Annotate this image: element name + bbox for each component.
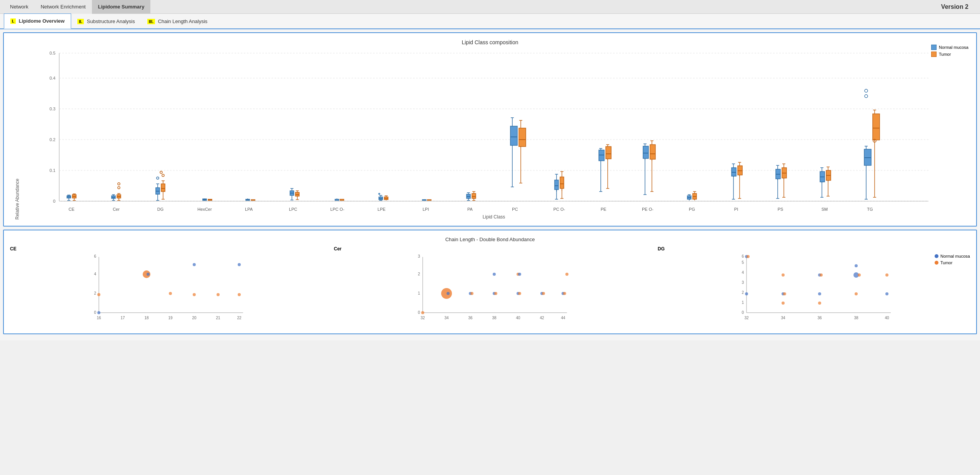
svg-point-273 (447, 292, 450, 295)
svg-point-305 (745, 292, 748, 295)
chart-area-container: 0 0.1 0.2 0.3 0.4 0.5 (22, 49, 970, 220)
boxplot-TG-orange (865, 89, 880, 197)
nav-tab-network[interactable]: Network (4, 0, 35, 14)
y-axis-label: Relative Abundance (10, 49, 22, 220)
svg-text:3: 3 (418, 254, 420, 258)
boxplot-LPC-blue (290, 188, 294, 200)
svg-text:6: 6 (94, 254, 96, 258)
step-label-2: II. (77, 19, 84, 24)
svg-point-285 (421, 311, 424, 314)
svg-text:4: 4 (94, 272, 96, 276)
nav-tab-network-enrichment[interactable]: Network Enrichment (35, 0, 92, 14)
boxplot-PG-orange (693, 192, 697, 200)
svg-point-213 (865, 89, 868, 92)
svg-text:1: 1 (742, 300, 744, 305)
sub-tab-substructure-label: Substructure Analysis (87, 18, 135, 24)
boxplot-CE-blue (67, 195, 71, 200)
svg-point-254 (193, 263, 196, 266)
svg-text:PC O-: PC O- (553, 207, 565, 212)
svg-text:44: 44 (561, 316, 565, 320)
svg-point-46 (157, 177, 159, 179)
step-label-1: I. (10, 18, 16, 24)
svg-rect-94 (427, 200, 431, 200)
svg-text:Cer: Cer (113, 207, 120, 212)
svg-text:16: 16 (97, 316, 101, 320)
boxplot-svg: 0 0.1 0.2 0.3 0.4 0.5 (22, 49, 970, 218)
scatter-panels-container: CE 0 2 4 6 16 17 18 19 20 21 (10, 246, 970, 327)
svg-text:34: 34 (781, 316, 785, 320)
boxplot-PEO-blue (643, 144, 648, 195)
main-content: Lipid Class composition Normal mucosa Tu… (0, 29, 980, 340)
svg-point-279 (518, 292, 521, 295)
svg-text:CE: CE (68, 207, 74, 212)
svg-point-252 (97, 293, 100, 296)
svg-point-214 (865, 95, 868, 98)
svg-rect-151 (650, 145, 655, 159)
version-label: Version 2 (941, 3, 976, 10)
boxplot-PA-blue (467, 193, 470, 200)
svg-text:34: 34 (444, 316, 449, 320)
svg-rect-127 (560, 177, 564, 188)
svg-text:DG: DG (157, 207, 164, 212)
svg-point-282 (542, 292, 545, 295)
svg-point-308 (783, 292, 786, 295)
sub-tab-substructure-analysis[interactable]: II. Substructure Analysis (71, 13, 141, 29)
boxplot-PCO-orange (560, 172, 564, 198)
svg-text:PA: PA (467, 207, 473, 212)
nav-tabs-container: Network Network Enrichment Lipidome Summ… (4, 0, 150, 14)
svg-point-253 (169, 292, 172, 295)
boxplot-CE-orange (72, 194, 76, 200)
svg-text:18: 18 (144, 316, 149, 320)
svg-text:38: 38 (492, 316, 497, 320)
scatter-legend-item-tumor: Tumor (935, 260, 970, 265)
nav-tab-lipidome-summary[interactable]: Lipidome Summary (92, 0, 151, 14)
sub-tab-chain-length-label: Chain Length Analysis (158, 18, 208, 24)
boxplot-LPC-orange (295, 191, 299, 200)
boxplot-panel: Lipid Class composition Normal mucosa Tu… (3, 32, 977, 227)
boxplot-PI-blue (732, 164, 736, 199)
svg-text:5: 5 (742, 260, 744, 265)
boxplot-PG-blue (687, 195, 691, 200)
svg-text:PE O-: PE O- (642, 207, 653, 212)
boxplot-HexCer-orange (208, 199, 212, 200)
scatter-panel: Chain Length - Double Bond Abundance CE … (3, 230, 977, 334)
svg-text:PE: PE (601, 207, 607, 212)
svg-text:22: 22 (237, 316, 242, 320)
svg-rect-209 (873, 114, 880, 140)
svg-point-286 (493, 273, 496, 276)
sub-tab-chain-length-analysis[interactable]: III. Chain Length Analysis (141, 13, 214, 29)
svg-point-313 (818, 302, 821, 305)
svg-point-86 (378, 193, 380, 195)
scatter-legend-dot-normal (935, 254, 938, 258)
scatter-legend-label-tumor: Tumor (940, 260, 952, 265)
svg-text:LPC O-: LPC O- (330, 207, 345, 212)
boxplot-PC-blue (510, 118, 517, 187)
boxplot-wrapper: Relative Abundance 0 0.1 0.2 0.3 (10, 49, 970, 220)
scatter-title: Chain Length - Double Bond Abundance (10, 237, 970, 242)
boxplot-LPE-blue (378, 193, 383, 200)
svg-rect-79 (340, 199, 344, 200)
svg-rect-64 (251, 200, 255, 200)
boxplot-PC-orange (519, 120, 526, 183)
svg-text:17: 17 (120, 316, 125, 320)
boxplot-LPA-blue (246, 198, 250, 200)
svg-text:SM: SM (822, 207, 828, 212)
scatter-CE-panel: CE 0 2 4 6 16 17 18 19 20 21 (10, 246, 322, 327)
svg-text:PS: PS (778, 207, 783, 212)
svg-text:PG: PG (689, 207, 695, 212)
svg-text:42: 42 (540, 316, 544, 320)
svg-text:0.5: 0.5 (50, 51, 55, 55)
scatter-legend: Normal mucosa Tumor (935, 254, 970, 265)
svg-text:HexCer: HexCer (197, 207, 212, 212)
boxplot-title: Lipid Class composition (10, 39, 970, 45)
scatter-Cer-panel: Cer 0 1 2 3 32 34 36 38 40 42 44 (334, 246, 646, 327)
svg-point-314 (855, 264, 858, 267)
svg-point-255 (193, 293, 196, 296)
svg-text:0.4: 0.4 (50, 76, 55, 80)
svg-text:2: 2 (742, 290, 744, 295)
svg-text:Lipid Class: Lipid Class (483, 214, 505, 220)
top-nav-bar: Network Network Enrichment Lipidome Summ… (0, 0, 980, 14)
sub-tab-lipidome-overview[interactable]: I. Lipidome Overview (4, 13, 71, 29)
svg-point-306 (782, 273, 785, 277)
svg-text:19: 19 (168, 316, 173, 320)
